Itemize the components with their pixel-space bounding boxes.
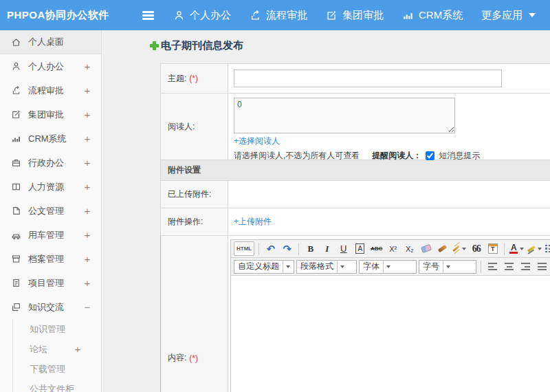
sms-remind-label: 短消息提示 [439, 150, 480, 162]
app-title: PHPOA协同办公软件 [0, 9, 109, 22]
topnav-label: 更多应用 [481, 9, 522, 22]
sidebar-item-group-approval[interactable]: 集团审批 + [0, 102, 101, 127]
html-source-button[interactable]: HTML [234, 241, 254, 256]
flow-icon [250, 10, 261, 21]
sidebar-item-archive-management[interactable]: 档案管理 + [0, 247, 101, 271]
font-family-select[interactable]: 字体 [359, 260, 417, 274]
expand-plus-toggle[interactable]: + [83, 181, 91, 193]
align-right-button[interactable] [518, 259, 533, 274]
bold-button[interactable]: B [303, 241, 318, 256]
eraser-icon [421, 244, 432, 253]
expand-plus-toggle[interactable]: + [83, 85, 91, 96]
subscript-button[interactable]: X₂ [402, 241, 417, 256]
collapse-minus-toggle[interactable]: − [83, 301, 91, 313]
sidebar-item-official-docs[interactable]: 公文管理 + [0, 199, 101, 223]
remove-format-button[interactable] [419, 241, 433, 256]
paste-text-button[interactable]: T [485, 241, 500, 256]
blockquote-button[interactable]: 66 [469, 241, 483, 256]
label-text: 已上传附件: [168, 188, 211, 200]
underline-button[interactable]: U [336, 241, 351, 256]
topnav-label: 集团审批 [342, 9, 384, 22]
sidebar-item-admin-office[interactable]: 行政办公 + [0, 151, 101, 175]
sidebar-item-human-resources[interactable]: 人力资源 + [0, 175, 101, 199]
custom-heading-select[interactable]: 自定义标题 [234, 260, 294, 274]
attachment-operations-cell: +上传附件 [228, 208, 550, 235]
main-content: 电子期刊信息发布 主题: (*) 阅读人: 0 [102, 30, 550, 392]
page-title-text: 电子期刊信息发布 [161, 39, 243, 52]
expand-plus-toggle[interactable]: + [83, 229, 91, 241]
magic-wand-icon [453, 246, 460, 252]
sidebar-item-personal-desktop[interactable]: 个人桌面 [0, 30, 101, 54]
redo-icon[interactable]: ↷ [280, 241, 294, 256]
expand-plus-toggle[interactable]: + [83, 277, 91, 289]
readers-textarea[interactable]: 0 [234, 98, 455, 133]
italic-button[interactable]: I [320, 241, 334, 256]
font-size-select[interactable]: 字号 [419, 260, 476, 274]
chart-icon [11, 133, 21, 144]
autoformat-button[interactable] [452, 241, 467, 256]
align-right-icon [521, 261, 530, 271]
font-color-button[interactable]: A [509, 241, 525, 256]
plus-icon [150, 41, 159, 50]
select-readers-link[interactable]: +选择阅读人 [234, 136, 280, 146]
align-justify-button[interactable] [535, 259, 549, 274]
expand-plus-toggle[interactable]: + [83, 253, 91, 265]
font-color-a-icon: A [509, 244, 518, 254]
topnav-personal-office[interactable]: 个人办公 [173, 9, 231, 22]
sidebar-item-personal-office[interactable]: 个人办公 + [0, 54, 101, 78]
font-style-button[interactable]: A [353, 241, 367, 256]
undo-icon[interactable]: ↶ [263, 241, 278, 256]
strikethrough-button[interactable]: ABC [369, 241, 384, 256]
topnav-label: 流程审批 [266, 9, 307, 22]
sidebar-item-crm-system[interactable]: CRM系统 + [0, 127, 101, 151]
topnav-workflow-approval[interactable]: 流程审批 [250, 9, 307, 22]
expand-plus-toggle[interactable]: + [83, 133, 91, 144]
section-title: 附件设置 [168, 164, 201, 176]
topnav-crm-system[interactable]: CRM系统 [402, 9, 463, 22]
subject-input[interactable] [234, 69, 502, 87]
format-painter-button[interactable] [435, 241, 450, 256]
ordered-list-button[interactable] [544, 241, 550, 256]
caret-down-icon [538, 248, 542, 250]
highlight-color-button[interactable] [527, 241, 542, 256]
superscript-button[interactable]: X² [386, 241, 400, 256]
expand-plus-toggle[interactable]: + [83, 109, 91, 120]
editor-toolbar-row2: 自定义标题 段落格式 字体 [231, 258, 550, 276]
paragraph-format-select[interactable]: 段落格式 [296, 260, 357, 274]
top-navigation: 个人办公 流程审批 集团审批 CRM系统 更多应用 [173, 0, 536, 30]
sidebar-item-label: 项目管理 [28, 277, 83, 290]
align-left-button[interactable] [485, 259, 500, 274]
expand-plus-toggle[interactable]: + [83, 61, 91, 72]
topnav-label: CRM系统 [419, 9, 463, 22]
sidebar-item-workflow-approval[interactable]: 流程审批 + [0, 78, 101, 102]
editor-toolbar-row1: HTML ↶ ↷ B I U A ABC X² X₂ [231, 240, 550, 258]
edit-icon [11, 109, 21, 120]
expand-plus-toggle[interactable]: + [74, 343, 82, 355]
sidebar-item-label: 档案管理 [28, 253, 83, 265]
sidebar-item-knowledge-exchange[interactable]: 知识交流 − [0, 295, 101, 319]
paste-clipboard-icon: T [488, 243, 498, 254]
upload-attachment-link[interactable]: +上传附件 [234, 216, 272, 228]
caret-down-icon [520, 248, 524, 250]
expand-plus-toggle[interactable]: + [83, 157, 91, 168]
sidebar-subitem-public-file-cabinet[interactable]: 公共文件柜 [13, 379, 101, 392]
sidebar-subitem-knowledge-management[interactable]: 知识管理 [13, 319, 101, 339]
sidebar-item-project-management[interactable]: 项目管理 + [0, 271, 101, 295]
sidebar-item-vehicle-management[interactable]: 用车管理 + [0, 223, 101, 247]
topnav-more-apps[interactable]: 更多应用 [481, 9, 536, 22]
publish-form: 主题: (*) 阅读人: 0 +选择阅读人 请选择阅 [160, 63, 550, 392]
sidebar-subitem-download-management[interactable]: 下载管理 [13, 359, 101, 379]
user-icon [173, 10, 185, 21]
editor-content-area[interactable] [231, 276, 550, 392]
highlighter-icon [527, 245, 536, 252]
hamburger-menu-icon[interactable] [142, 10, 156, 21]
sidebar-subitem-forum[interactable]: 论坛 + [13, 339, 101, 359]
boxed-a-icon: A [355, 243, 364, 254]
sms-remind-checkbox[interactable] [426, 151, 434, 160]
select-value: 字体 [363, 261, 380, 272]
top-header: PHPOA协同办公软件 个人办公 流程审批 集团审批 CRM系统 更多应用 [0, 0, 550, 30]
sidebar-item-label: 流程审批 [28, 85, 83, 97]
expand-plus-toggle[interactable]: + [83, 205, 91, 217]
align-center-button[interactable] [502, 259, 516, 274]
topnav-group-approval[interactable]: 集团审批 [326, 9, 384, 22]
